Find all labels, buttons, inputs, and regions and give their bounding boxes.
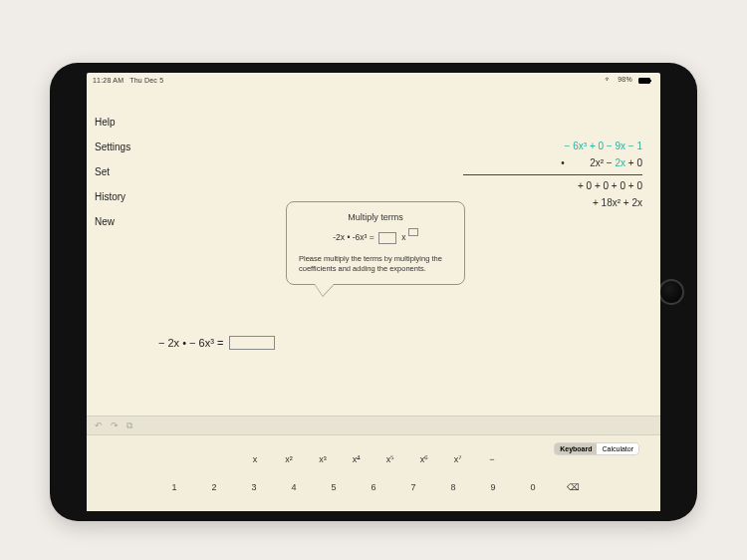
division-rule-1 (463, 174, 642, 175)
sidebar-item-settings[interactable]: Settings (95, 141, 130, 152)
copy-icon[interactable]: ⧉ (126, 420, 132, 431)
key-backspace[interactable]: ⌫ (566, 482, 580, 492)
status-bar: 11:28 AM Thu Dec 5 ᯤ 98% (87, 73, 660, 87)
math-keyboard: Keyboard Calculator x x² x³ x⁴ x⁵ x⁶ x⁷ … (87, 435, 660, 511)
multiplier-prefix: 2x² − (590, 157, 615, 168)
status-date: Thu Dec 5 (129, 77, 163, 84)
key-4[interactable]: 4 (287, 482, 301, 492)
tooltip-lhs: -2x • -6x³ = (333, 232, 374, 242)
key-x4[interactable]: x⁴ (350, 454, 364, 464)
workspace: Help Settings Set History New − 6x³ + 0 … (87, 87, 660, 416)
seg-calculator[interactable]: Calculator (597, 443, 638, 454)
key-6[interactable]: 6 (367, 482, 380, 492)
keyboard-segment[interactable]: Keyboard Calculator (555, 443, 638, 454)
redo-icon[interactable]: ↷ (111, 420, 119, 430)
tooltip-hint: Please multiply the terms by multiplying… (299, 254, 452, 274)
sidebar-item-history[interactable]: History (95, 191, 130, 202)
current-equation: − 2x • − 6x³ = (158, 336, 275, 350)
exp-input[interactable] (408, 228, 418, 236)
key-x2[interactable]: x² (282, 454, 296, 464)
multiplication-work: − 6x³ + 0 − 9x − 1 • 2x² − 2x + 0 + 0 + … (463, 140, 642, 214)
key-7[interactable]: 7 (406, 482, 420, 492)
hint-tooltip: Multiply terms -2x • -6x³ = x Please mul… (286, 201, 465, 285)
sidebar-item-new[interactable]: New (95, 216, 130, 227)
key-minus[interactable]: − (485, 454, 499, 464)
coef-input[interactable] (378, 232, 396, 244)
key-x3[interactable]: x³ (316, 454, 330, 464)
sidebar-item-help[interactable]: Help (95, 117, 130, 128)
battery-pct: 98% (618, 76, 632, 83)
multiplier-suffix: + 0 (625, 157, 642, 168)
home-button[interactable] (658, 279, 684, 305)
key-9[interactable]: 9 (486, 482, 500, 492)
app-screen: 11:28 AM Thu Dec 5 ᯤ 98% Help Settings S… (87, 73, 660, 511)
tooltip-expression: -2x • -6x³ = x (299, 232, 452, 244)
key-0[interactable]: 0 (526, 482, 540, 492)
seg-keyboard[interactable]: Keyboard (555, 443, 597, 454)
key-x6[interactable]: x⁶ (417, 454, 431, 464)
multiplicand: − 6x³ + 0 − 9x − 1 (565, 140, 642, 151)
key-2[interactable]: 2 (207, 482, 221, 492)
key-x[interactable]: x (248, 454, 262, 464)
battery-icon (638, 78, 650, 84)
key-x7[interactable]: x⁷ (451, 454, 465, 464)
multiplier-active: 2x (615, 157, 625, 168)
sidebar-item-set[interactable]: Set (95, 166, 130, 177)
kb-row-nums: 1 2 3 4 5 6 7 8 9 0 ⌫ (87, 482, 660, 492)
tooltip-title: Multiply terms (299, 212, 452, 222)
key-x5[interactable]: x⁵ (383, 454, 397, 464)
key-1[interactable]: 1 (167, 482, 181, 492)
edit-toolbar: ↶ ↷ ⧉ (87, 416, 660, 435)
equation-lhs: − 2x • − 6x³ = (158, 337, 223, 349)
sidebar: Help Settings Set History New (95, 117, 130, 241)
key-8[interactable]: 8 (446, 482, 460, 492)
key-3[interactable]: 3 (247, 482, 261, 492)
wifi-icon: ᯤ (605, 76, 612, 83)
tablet-frame: 11:28 AM Thu Dec 5 ᯤ 98% Help Settings S… (50, 63, 697, 521)
partial-row-2: + 18x² + 2x (463, 197, 642, 209)
answer-input[interactable] (229, 336, 275, 350)
mult-dot: • (558, 157, 568, 168)
key-5[interactable]: 5 (327, 482, 341, 492)
kb-row-vars: x x² x³ x⁴ x⁵ x⁶ x⁷ − (87, 454, 660, 464)
undo-icon[interactable]: ↶ (95, 420, 103, 430)
partial-row-1: + 0 + 0 + 0 + 0 (463, 180, 642, 192)
status-time: 11:28 AM (93, 77, 124, 84)
